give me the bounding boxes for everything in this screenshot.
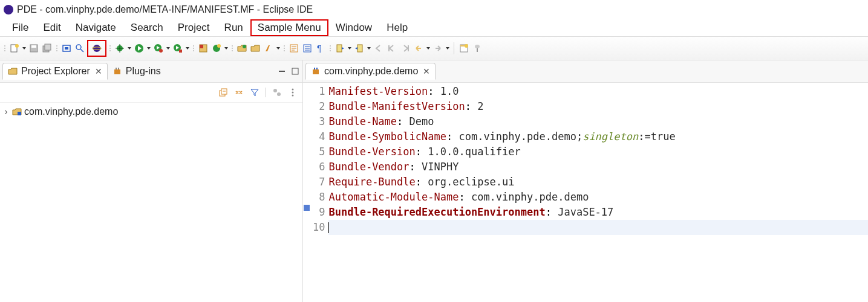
- link-editor-icon[interactable]: [234, 88, 244, 97]
- new-plugin-icon[interactable]: [197, 42, 209, 54]
- menu-file[interactable]: File: [5, 19, 36, 36]
- line-numbers: 1 2 3 4 5 6 7 8 9 10: [310, 84, 328, 302]
- svg-rect-7: [65, 47, 68, 50]
- open-type-icon[interactable]: [236, 42, 248, 54]
- forward-stop-icon[interactable]: [399, 42, 411, 54]
- open-perspective-icon[interactable]: [458, 42, 470, 54]
- menu-navigate[interactable]: Navigate: [68, 19, 123, 36]
- pin-editor-icon[interactable]: [471, 42, 483, 54]
- external-run-icon[interactable]: [172, 42, 184, 54]
- text-caret: [328, 222, 329, 233]
- svg-marker-32: [342, 47, 344, 50]
- svg-rect-5: [45, 44, 51, 50]
- svg-point-50: [273, 89, 277, 92]
- editor-text[interactable]: Manifest-Version: 1.0Bundle-ManifestVers…: [328, 84, 868, 302]
- tab-plugins[interactable]: Plug-ins: [108, 63, 166, 79]
- search-icon[interactable]: [74, 42, 86, 54]
- search-highlight-dropdown[interactable]: [276, 42, 281, 54]
- menu-edit[interactable]: Edit: [36, 19, 68, 36]
- linked-mode-icon[interactable]: [272, 88, 282, 97]
- open-folder-icon[interactable]: [249, 42, 261, 54]
- external-run-dropdown[interactable]: [185, 42, 190, 54]
- collapse-all-icon[interactable]: [218, 88, 228, 97]
- menu-project[interactable]: Project: [171, 19, 217, 36]
- show-whitespace-icon[interactable]: [301, 42, 313, 54]
- save-icon[interactable]: [28, 42, 40, 54]
- project-tree[interactable]: › com.vinphy.pde.demo: [0, 103, 302, 121]
- pilcrow-icon[interactable]: ¶: [315, 42, 327, 54]
- debug-icon[interactable]: [114, 42, 126, 54]
- svg-point-27: [243, 45, 246, 48]
- eclipse-app-icon: [4, 5, 13, 14]
- filter-icon[interactable]: [250, 88, 259, 97]
- svg-point-54: [292, 95, 294, 97]
- open-target-icon[interactable]: [60, 42, 73, 54]
- svg-rect-33: [357, 45, 362, 52]
- project-explorer-icon: [8, 66, 18, 76]
- save-all-icon[interactable]: [41, 42, 53, 54]
- history-back-dropdown[interactable]: [426, 42, 431, 54]
- close-icon[interactable]: ✕: [95, 66, 102, 76]
- left-tabrow: Project Explorer ✕ Plug-ins: [0, 60, 302, 83]
- info-marker-icon[interactable]: [304, 205, 310, 211]
- history-back-icon[interactable]: [413, 42, 425, 54]
- history-fwd-icon[interactable]: [432, 42, 444, 54]
- wrap-icon[interactable]: [288, 42, 300, 54]
- view-menu-icon[interactable]: [288, 88, 298, 97]
- marker-gutter: [303, 84, 310, 302]
- chevron-right-icon[interactable]: ›: [2, 106, 10, 117]
- new-icon[interactable]: [8, 42, 21, 54]
- annotation-prev-dropdown[interactable]: [367, 42, 371, 54]
- menu-search[interactable]: Search: [123, 19, 171, 36]
- close-icon[interactable]: ✕: [423, 66, 430, 76]
- back-icon[interactable]: [373, 42, 385, 54]
- editor-panel: com.vinphy.pde.demo ✕ 1 2 3 4 5 6 7 8 9 …: [303, 60, 868, 302]
- menu-help[interactable]: Help: [379, 19, 415, 36]
- run-icon[interactable]: [133, 42, 145, 54]
- tab-plugins-label: Plug-ins: [126, 66, 161, 77]
- svg-point-39: [465, 44, 468, 48]
- svg-rect-31: [337, 45, 342, 52]
- eclipse-icon-highlighted[interactable]: [87, 40, 106, 57]
- svg-point-10: [93, 45, 100, 52]
- window-titlebar: PDE - com.vinphy.pde.demo/META-INF/MANIF…: [0, 0, 868, 19]
- svg-line-9: [80, 49, 83, 52]
- debug-dropdown[interactable]: [127, 42, 132, 54]
- svg-point-52: [292, 89, 294, 91]
- search-highlight-icon[interactable]: [263, 42, 275, 54]
- maximize-icon[interactable]: [290, 66, 300, 76]
- svg-point-40: [475, 45, 480, 48]
- plugins-icon: [113, 66, 122, 76]
- menubar: File Edit Navigate Search Project Run Sa…: [0, 19, 868, 36]
- tab-project-explorer-label: Project Explorer: [21, 66, 90, 77]
- minimize-icon[interactable]: [277, 66, 287, 76]
- menu-sample-highlighted[interactable]: Sample Menu: [250, 19, 328, 36]
- history-fwd-dropdown[interactable]: [445, 42, 450, 54]
- new-dropdown[interactable]: [22, 42, 27, 54]
- menu-window[interactable]: Window: [328, 19, 379, 36]
- annotation-next-dropdown[interactable]: [347, 42, 352, 54]
- svg-rect-55: [18, 112, 21, 115]
- editor-tab-manifest[interactable]: com.vinphy.pde.demo ✕: [305, 63, 436, 80]
- svg-rect-24: [200, 45, 203, 48]
- svg-rect-22: [179, 50, 182, 53]
- svg-point-8: [76, 45, 81, 50]
- editor-tab-label: com.vinphy.pde.demo: [324, 66, 418, 77]
- back-stop-icon[interactable]: [386, 42, 398, 54]
- run-last-dropdown[interactable]: [166, 42, 171, 54]
- tree-node-project[interactable]: › com.vinphy.pde.demo: [2, 106, 300, 117]
- annotation-prev-icon[interactable]: [353, 42, 365, 54]
- svg-point-1: [15, 44, 19, 48]
- run-dropdown[interactable]: [146, 42, 151, 54]
- tab-project-explorer[interactable]: Project Explorer ✕: [2, 63, 108, 80]
- menu-run[interactable]: Run: [217, 19, 250, 36]
- svg-rect-57: [314, 68, 315, 69]
- new-package-icon[interactable]: [210, 42, 223, 54]
- run-last-icon[interactable]: [152, 42, 165, 54]
- svg-rect-44: [118, 68, 119, 69]
- new-package-dropdown[interactable]: [224, 42, 229, 54]
- window-title: PDE - com.vinphy.pde.demo/META-INF/MANIF…: [17, 4, 313, 15]
- svg-rect-42: [114, 69, 120, 74]
- editor-area[interactable]: 1 2 3 4 5 6 7 8 9 10 Manifest-Version: 1…: [303, 83, 868, 302]
- annotation-next-icon[interactable]: [334, 42, 346, 54]
